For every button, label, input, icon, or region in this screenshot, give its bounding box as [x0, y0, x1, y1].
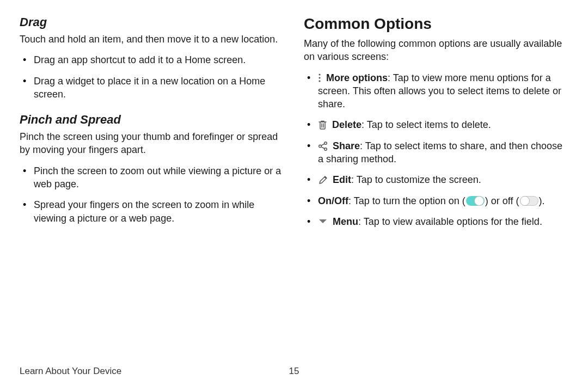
- option-menu: Menu: Tap to view available options for …: [318, 215, 568, 228]
- svg-point-5: [324, 148, 327, 150]
- svg-line-7: [321, 146, 324, 148]
- right-column: Common Options Many of the following com…: [304, 15, 568, 236]
- list-item: Drag an app shortcut to add it to a Home…: [34, 53, 284, 66]
- option-edit: Edit: Tap to customize the screen.: [318, 173, 568, 186]
- share-icon: [318, 141, 328, 151]
- option-share: Share: Tap to select items to share, and…: [318, 139, 568, 166]
- option-term: More options: [326, 72, 388, 83]
- common-options-intro: Many of the following common options are…: [304, 37, 568, 64]
- option-text-post: ).: [539, 195, 545, 206]
- option-text-mid: ) or off (: [485, 195, 519, 206]
- pinch-heading: Pinch and Spread: [20, 113, 284, 127]
- menu-dropdown-icon: [318, 218, 328, 225]
- edit-icon: [318, 175, 328, 185]
- list-item: Spread your fingers on the screen to zoo…: [34, 198, 284, 225]
- option-text: : Tap to view available options for the …: [358, 216, 542, 227]
- delete-icon: [318, 120, 327, 130]
- option-term: Edit: [333, 174, 351, 185]
- common-options-heading: Common Options: [304, 15, 568, 33]
- svg-point-4: [319, 145, 322, 148]
- left-column: Drag Touch and hold an item, and then mo…: [20, 15, 284, 236]
- svg-point-2: [318, 80, 320, 82]
- more-options-icon: [318, 73, 321, 83]
- page-footer: Learn About Your Device 15: [20, 366, 568, 377]
- svg-line-6: [321, 144, 324, 145]
- svg-point-3: [324, 142, 327, 144]
- option-delete: Delete: Tap to select items to delete.: [318, 118, 568, 131]
- page-number: 15: [289, 366, 299, 377]
- option-text: : Tap to select items to delete.: [362, 119, 491, 130]
- pinch-list: Pinch the screen to zoom out while viewi…: [20, 164, 284, 225]
- option-term: Delete: [332, 119, 362, 130]
- toggle-on-icon: [466, 196, 485, 206]
- svg-point-0: [318, 74, 320, 75]
- drag-list: Drag an app shortcut to add it to a Home…: [20, 53, 284, 101]
- toggle-off-icon: [520, 196, 538, 206]
- svg-point-1: [318, 77, 320, 78]
- list-item: Pinch the screen to zoom out while viewi…: [34, 164, 284, 191]
- option-text: : Tap to customize the screen.: [351, 174, 481, 185]
- list-item: Drag a widget to place it in a new locat…: [34, 75, 284, 101]
- option-term: Share: [333, 140, 360, 151]
- drag-heading: Drag: [20, 15, 284, 29]
- option-text-pre: : Tap to turn the option on (: [348, 195, 465, 206]
- drag-intro: Touch and hold an item, and then move it…: [20, 33, 284, 46]
- page-body: Drag Touch and hold an item, and then mo…: [0, 0, 588, 236]
- pinch-intro: Pinch the screen using your thumb and fo…: [20, 130, 284, 157]
- options-list: More options: Tap to view more menu opti…: [304, 71, 568, 229]
- option-more: More options: Tap to view more menu opti…: [318, 71, 568, 111]
- option-term: On/Off: [318, 195, 348, 206]
- option-term: Menu: [333, 216, 358, 227]
- option-onoff: On/Off: Tap to turn the option on () or …: [318, 194, 568, 207]
- footer-section-label: Learn About Your Device: [20, 366, 121, 376]
